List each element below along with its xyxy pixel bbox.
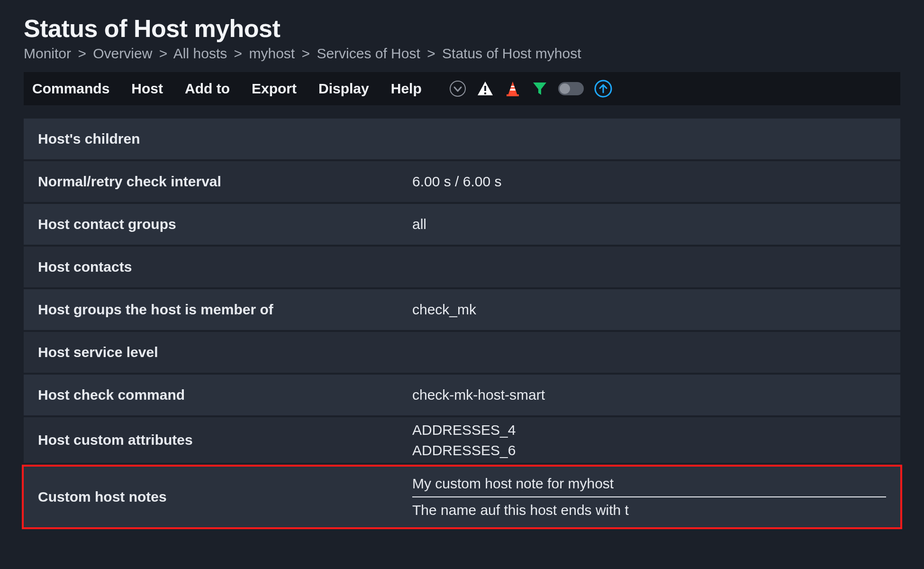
breadcrumb-sep: > — [299, 46, 313, 61]
table-row: Custom host notes My custom host note fo… — [24, 467, 900, 527]
page-title: Status of Host myhost — [24, 14, 900, 43]
table-row: Normal/retry check interval 6.00 s / 6.0… — [24, 161, 900, 202]
row-label-custom-notes: Custom host notes — [38, 489, 412, 505]
custom-attr-line: ADDRESSES_4 — [412, 420, 886, 441]
row-label-host-children: Host's children — [38, 131, 412, 147]
warning-triangle-icon[interactable] — [477, 80, 494, 97]
row-value-check-interval: 6.00 s / 6.00 s — [412, 174, 886, 190]
row-value-custom-notes: My custom host note for myhost The name … — [412, 471, 886, 523]
table-row: Host custom attributes ADDRESSES_4 ADDRE… — [24, 417, 900, 463]
row-label-service-level: Host service level — [38, 344, 412, 360]
breadcrumb[interactable]: Monitor > Overview > All hosts > myhost … — [24, 46, 900, 62]
table-row: Host's children — [24, 119, 900, 159]
crumb-all-hosts[interactable]: All hosts — [173, 46, 227, 61]
table-row: Host contact groups all — [24, 204, 900, 245]
custom-note-line: The name auf this host ends with t — [412, 497, 886, 523]
svg-rect-3 — [507, 94, 519, 96]
row-label-contacts: Host contacts — [38, 259, 412, 275]
crumb-myhost[interactable]: myhost — [249, 46, 295, 61]
chevron-down-icon[interactable] — [449, 80, 466, 97]
custom-attr-line: ADDRESSES_6 — [412, 440, 886, 461]
menu-add-to[interactable]: Add to — [185, 81, 230, 97]
menu-host[interactable]: Host — [131, 81, 163, 97]
toggle-switch[interactable] — [558, 82, 584, 95]
menu-commands[interactable]: Commands — [32, 81, 109, 97]
row-label-check-interval: Normal/retry check interval — [38, 174, 412, 190]
funnel-icon[interactable] — [532, 81, 548, 97]
menu-help[interactable]: Help — [391, 81, 422, 97]
row-value-host-groups: check_mk — [412, 302, 886, 318]
table-row: Host service level — [24, 332, 900, 373]
row-label-contact-groups: Host contact groups — [38, 216, 412, 232]
svg-rect-2 — [484, 92, 486, 94]
breadcrumb-sep: > — [231, 46, 245, 61]
highlighted-row-custom-notes: Custom host notes My custom host note fo… — [22, 465, 902, 529]
row-label-custom-attrs: Host custom attributes — [38, 432, 412, 448]
breadcrumb-sep: > — [75, 46, 89, 61]
menubar: Commands Host Add to Export Display Help — [24, 72, 900, 105]
menu-export[interactable]: Export — [252, 81, 297, 97]
crumb-services-of-host[interactable]: Services of Host — [317, 46, 420, 61]
traffic-cone-icon[interactable] — [504, 80, 521, 97]
menu-display[interactable]: Display — [318, 81, 369, 97]
custom-note-line: My custom host note for myhost — [412, 471, 886, 496]
breadcrumb-sep: > — [156, 46, 171, 61]
table-row: Host groups the host is member of check_… — [24, 289, 900, 330]
row-value-contact-groups: all — [412, 216, 886, 232]
svg-rect-1 — [484, 86, 486, 91]
crumb-overview[interactable]: Overview — [93, 46, 152, 61]
crumb-monitor[interactable]: Monitor — [24, 46, 71, 61]
arrow-up-circle-icon[interactable] — [594, 80, 612, 98]
table-row: Host check command check-mk-host-smart — [24, 375, 900, 415]
row-label-check-command: Host check command — [38, 387, 412, 403]
svg-point-0 — [450, 81, 465, 96]
row-value-custom-attrs: ADDRESSES_4 ADDRESSES_6 — [412, 420, 886, 461]
breadcrumb-sep: > — [424, 46, 438, 61]
properties-table: Host's children Normal/retry check inter… — [24, 119, 900, 529]
crumb-status-of-host[interactable]: Status of Host myhost — [442, 46, 581, 61]
table-row: Host contacts — [24, 247, 900, 287]
row-value-check-command: check-mk-host-smart — [412, 387, 886, 403]
row-label-host-groups: Host groups the host is member of — [38, 302, 412, 318]
